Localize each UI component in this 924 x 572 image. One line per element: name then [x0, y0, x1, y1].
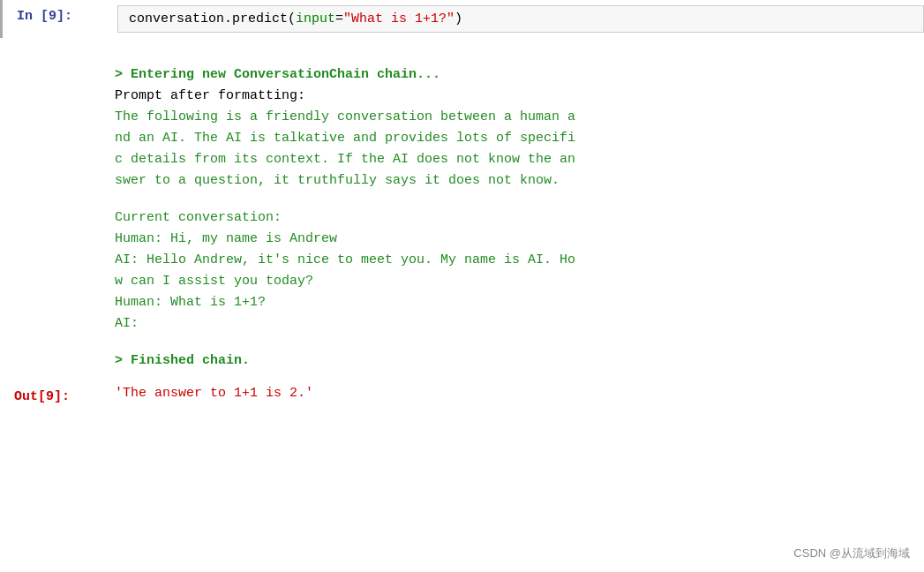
human1-text: Human: Hi, my name is Andrew: [115, 231, 337, 246]
output-area: Out[9]: 'The answer to 1+1 is 2.': [0, 382, 924, 411]
prompt-line1-text: The following is a friendly conversation…: [115, 109, 575, 124]
human1-line: Human: Hi, my name is Andrew: [115, 229, 924, 250]
entering-chain-line: > Entering new ConversationChain chain..…: [115, 64, 924, 86]
code-equals: =: [335, 11, 343, 26]
ai1-text: AI: Hello Andrew, it's nice to meet you.…: [115, 252, 575, 267]
ai1-line: AI: Hello Andrew, it's nice to meet you.…: [115, 250, 924, 271]
code-param-value: "What is 1+1?": [343, 11, 454, 26]
code-function: conversation.predict(: [129, 11, 296, 26]
output-string: 'The answer to 1+1 is 2.': [115, 386, 313, 401]
prompt-line2: nd an AI. The AI is talkative and provid…: [115, 128, 924, 149]
output-label: Out[9]:: [0, 386, 115, 408]
prompt-line4: swer to a question, it truthfully says i…: [115, 170, 924, 192]
prompt-line1: The following is a friendly conversation…: [115, 107, 924, 128]
ai2-text: AI:: [115, 316, 139, 331]
prompt-line4-text: swer to a question, it truthfully says i…: [115, 173, 560, 188]
entering-chain-text: > Entering new ConversationChain chain..…: [115, 67, 440, 82]
input-code[interactable]: conversation.predict(input="What is 1+1?…: [117, 5, 924, 33]
output-value: 'The answer to 1+1 is 2.': [115, 386, 313, 401]
prompt-line3-text: c details from its context. If the AI do…: [115, 152, 575, 167]
finished-chain-line: > Finished chain.: [115, 350, 924, 372]
current-conversation-line: Current conversation:: [115, 207, 924, 229]
prompt-label-text: Prompt after formatting:: [115, 88, 305, 103]
notebook-cell: In [9]: conversation.predict(input="What…: [0, 0, 924, 572]
ai1-cont-text: w can I assist you today?: [115, 274, 313, 289]
current-conversation-text: Current conversation:: [115, 210, 282, 225]
finished-chain-text: > Finished chain.: [115, 353, 250, 368]
chain-output: > Entering new ConversationChain chain..…: [115, 49, 924, 372]
code-suffix: ): [454, 11, 462, 26]
human2-text: Human: What is 1+1?: [115, 295, 266, 310]
human2-line: Human: What is 1+1?: [115, 292, 924, 313]
prompt-line3: c details from its context. If the AI do…: [115, 149, 924, 170]
prompt-line2-text: nd an AI. The AI is talkative and provid…: [115, 131, 575, 146]
input-area: In [9]: conversation.predict(input="What…: [0, 0, 924, 38]
ai1-cont-line: w can I assist you today?: [115, 271, 924, 292]
code-param-key: input: [296, 11, 335, 26]
ai2-line: AI:: [115, 313, 924, 335]
watermark: CSDN @从流域到海域: [793, 546, 910, 561]
input-label: In [9]:: [3, 5, 117, 27]
execution-output: > Entering new ConversationChain chain..…: [0, 38, 924, 382]
prompt-label-line: Prompt after formatting:: [115, 86, 924, 107]
